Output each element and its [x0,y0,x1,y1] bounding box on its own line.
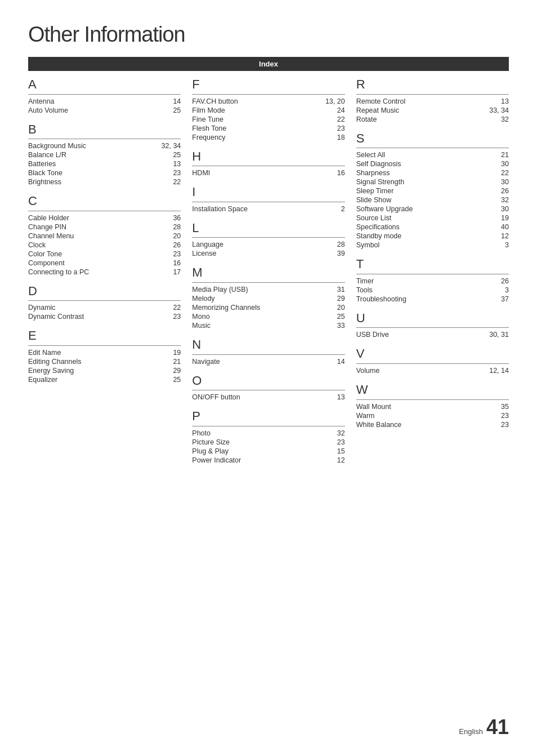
entry-page: 26 [486,277,509,285]
letter-heading-B: B [28,122,181,140]
index-entry: Flesh Tone23 [192,124,344,133]
entry-name: Channel Menu [28,232,158,240]
index-entry: Auto Volume25 [28,106,181,115]
index-entry: Fine Tune22 [192,115,344,124]
entry-page: 22 [486,169,509,177]
index-entry: Installation Space2 [192,204,344,214]
section-A: AAntenna14Auto Volume25 [28,77,181,115]
entry-name: Sharpness [356,169,486,177]
index-entry: Volume12, 14 [356,366,509,375]
entry-page: 20 [158,232,181,240]
index-entry: Color Tone23 [28,250,181,259]
entry-name: Plug & Play [192,447,322,455]
entry-name: Slide Show [356,196,486,204]
index-entry: Signal Strength30 [356,177,509,186]
entry-page: 35 [486,403,509,411]
index-entry: Brightness22 [28,177,181,186]
entry-page: 32 [323,429,345,437]
index-entry: Rotate32 [356,115,509,124]
entry-page: 13 [486,97,509,105]
entry-page: 36 [158,214,181,222]
entry-page: 20 [323,304,345,312]
entry-page: 28 [323,241,345,248]
section-V: VVolume12, 14 [356,346,509,375]
section-I: IInstallation Space2 [192,184,344,214]
entry-page: 23 [323,438,345,446]
index-entry: Self Diagnosis30 [356,159,509,168]
entry-name: Memorizing Channels [192,304,322,312]
entry-page: 12, 14 [486,367,509,375]
index-entry: Black Tone23 [28,168,181,177]
letter-heading-F: F [192,77,344,95]
entry-page: 26 [486,187,509,195]
index-entry: Picture Size23 [192,438,344,447]
entry-name: Cable Holder [28,214,158,222]
entry-page: 39 [323,250,345,257]
entry-name: Flesh Tone [192,124,322,132]
section-S: SSelect All21Self Diagnosis30Sharpness22… [356,131,509,250]
index-entry: Dynamic22 [28,303,181,312]
letter-heading-P: P [192,408,344,426]
page-footer: English 41 [459,715,509,739]
letter-heading-S: S [356,131,509,149]
entry-page: 24 [323,106,345,114]
entry-page: 21 [158,358,181,366]
entry-name: Dynamic [28,304,158,312]
entry-name: Fine Tune [192,115,322,123]
entry-name: Troubleshooting [356,295,486,303]
index-entry: White Balance23 [356,420,509,429]
entry-name: Standby mode [356,232,486,240]
index-entry: Clock26 [28,241,181,250]
entry-name: Color Tone [28,250,158,258]
letter-heading-D: D [28,283,181,301]
column-3: RRemote Control13Repeat Music33, 34Rotat… [351,77,509,472]
entry-page: 23 [158,169,181,177]
entry-page: 32, 34 [158,142,181,150]
index-entry: Software Upgrade30 [356,204,509,214]
section-M: MMedia Play (USB)31Melody29Memorizing Ch… [192,265,344,330]
letter-heading-A: A [28,77,181,95]
index-entry: HDMI16 [192,168,344,177]
index-entry: Film Mode24 [192,106,344,115]
section-L: LLanguage28License39 [192,220,344,259]
index-entry: Remote Control13 [356,97,509,106]
section-H: HHDMI16 [192,149,344,178]
index-entry: Plug & Play15 [192,447,344,456]
letter-heading-H: H [192,149,344,167]
index-entry: Wall Mount35 [356,402,509,411]
section-N: NNavigate14 [192,337,344,366]
letter-heading-N: N [192,337,344,355]
index-columns: AAntenna14Auto Volume25BBackground Music… [28,77,509,472]
entry-name: White Balance [356,421,486,429]
index-entry: Standby mode12 [356,232,509,241]
index-entry: Component16 [28,259,181,268]
entry-name: Background Music [28,142,158,150]
index-entry: Symbol3 [356,241,509,250]
entry-name: Sleep Timer [356,187,486,195]
entry-name: FAV.CH button [192,97,322,105]
entry-name: Tools [356,286,486,294]
entry-name: Music [192,322,322,330]
entry-name: Symbol [356,241,486,249]
entry-name: Remote Control [356,97,486,105]
footer-page-number: 41 [486,715,509,739]
index-entry: Cable Holder36 [28,214,181,223]
entry-name: Change PIN [28,223,158,231]
entry-page: 14 [323,358,345,366]
entry-name: Connecting to a PC [28,268,158,276]
entry-page: 30, 31 [486,331,509,339]
entry-page: 16 [158,259,181,267]
entry-page: 29 [158,367,181,375]
index-entry: Memorizing Channels20 [192,303,344,312]
entry-page: 25 [158,151,181,159]
index-entry: Dynamic Contrast23 [28,312,181,321]
entry-name: Repeat Music [356,106,486,114]
entry-name: Dynamic Contrast [28,313,158,321]
entry-name: Warm [356,412,486,420]
entry-page: 14 [158,97,181,105]
entry-page: 26 [158,241,181,249]
section-T: TTimer26Tools3Troubleshooting37 [356,256,509,304]
entry-page: 15 [323,447,345,455]
entry-page: 23 [323,124,345,132]
index-entry: Antenna14 [28,97,181,106]
